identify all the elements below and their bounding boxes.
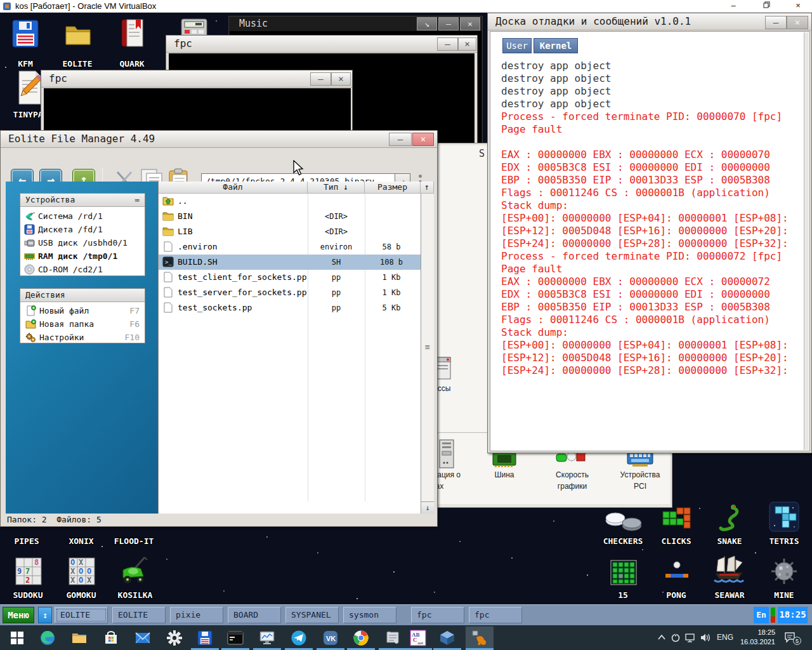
tray-chevron-icon[interactable] — [657, 634, 666, 640]
task-button-eolite-2[interactable]: EOLITE — [112, 607, 166, 623]
syspanel-item-gfx-label2[interactable]: графики — [545, 482, 599, 491]
debug-minimize-button[interactable] — [765, 16, 787, 29]
desktop-icon-gomoku[interactable]: OXXOOXOX — [69, 557, 95, 588]
file-row-buildsh-selected[interactable]: >_ BUILD.SH SH 108 b — [159, 255, 421, 270]
desktop-icon-label-snake[interactable]: SNAKE — [701, 536, 758, 546]
syspanel-item-pci-label1[interactable]: Устройства — [610, 470, 671, 479]
column-header-size[interactable]: Размер — [365, 182, 421, 194]
desktop-icon-kfm[interactable] — [11, 19, 39, 51]
fpc2-minimize-button[interactable] — [310, 72, 331, 86]
virtualbox-icon[interactable] — [439, 630, 455, 646]
desktop-icon-kosilka[interactable] — [119, 556, 150, 588]
tab-user[interactable]: User — [502, 38, 532, 53]
desktop-icon-label-kfm[interactable]: KFM — [0, 59, 51, 69]
desktop-icon-label-clicks[interactable]: CLICKS — [648, 536, 705, 546]
desktop-icon-label-seawar[interactable]: SEAWAR — [701, 590, 758, 600]
fpc1-minimize-button[interactable] — [437, 37, 458, 51]
file-explorer-icon[interactable] — [71, 630, 88, 646]
desktop-icon-fifteen[interactable] — [610, 560, 637, 588]
file-row-lib[interactable]: LIB <DIR> — [159, 224, 421, 239]
syspanel-item-gfx-label1[interactable]: Скорость — [545, 470, 599, 479]
file-row-updir[interactable]: .. — [159, 194, 421, 209]
disk-info-icon[interactable] — [438, 439, 455, 469]
tray-network-icon[interactable] — [685, 633, 696, 642]
host-titlebar[interactable]: kos [Работает] - Oracle VM VirtualBox – … — [0, 0, 812, 13]
syspanel-item-processes-label[interactable]: ессы — [433, 384, 471, 393]
edge-icon[interactable] — [39, 630, 56, 646]
desktop-icon-clicks[interactable] — [662, 507, 691, 536]
telegram-icon[interactable] — [291, 630, 307, 646]
terminal-icon[interactable] — [227, 630, 244, 646]
file-list-scrollbar[interactable] — [421, 194, 434, 501]
column-header-type[interactable]: Тип — [308, 182, 365, 194]
device-usb[interactable]: USB диск /usbhd0/1 — [20, 236, 145, 249]
device-system[interactable]: Система /rd/1 — [20, 209, 145, 223]
host-minimize-button[interactable]: – — [721, 0, 746, 12]
debug-scrollbar[interactable] — [804, 32, 809, 450]
desktop-icon-mine[interactable] — [770, 557, 798, 588]
task-button-fpc-2[interactable]: fpc — [469, 607, 522, 623]
scroll-down-button[interactable] — [421, 501, 434, 514]
desktop-icon-label-checkers[interactable]: CHECKERS — [594, 536, 652, 546]
action-new-folder[interactable]: Новая папка F6 — [20, 317, 145, 331]
tray-clock[interactable]: 18:25 16.03.2021 — [731, 628, 775, 647]
kolibri-floppy-app-icon[interactable] — [197, 630, 213, 646]
task-button-sysmon[interactable]: sysmon — [343, 607, 396, 623]
file-row-test-client[interactable]: test_client_for_sockets.pp pp 1 Kb — [159, 270, 421, 285]
scroll-up-button[interactable] — [421, 182, 434, 194]
task-button-eolite-1[interactable]: EOLITE — [55, 607, 108, 623]
music-close-button[interactable] — [460, 17, 480, 30]
task-button-board[interactable]: BOARD — [228, 607, 281, 623]
tray-volume-icon[interactable] — [700, 633, 711, 642]
scrollbar-grip[interactable] — [421, 342, 434, 352]
desktop-icon-tetris[interactable] — [769, 501, 799, 534]
file-row-test-server[interactable]: test_server_for_sockets.pp pp 1 Kb — [159, 285, 421, 300]
desktop-icon-seawar[interactable] — [713, 555, 745, 588]
devices-menu-icon[interactable] — [134, 194, 140, 206]
fpc1-titlebar[interactable]: fpc — [166, 36, 477, 53]
music-minimize-button[interactable] — [438, 17, 459, 30]
syspanel-item-pci-label2[interactable]: PCI — [610, 482, 671, 491]
desktop-icon-label-pipes[interactable]: PIPES — [0, 536, 55, 546]
store-icon[interactable] — [103, 630, 119, 646]
file-row-test-sockets[interactable]: test_sockets.pp pp 5 Kb — [159, 300, 421, 315]
vk-icon[interactable]: VK — [322, 630, 339, 646]
desktop-icon-label-kosilka[interactable]: KOSILKA — [107, 590, 164, 600]
settings-gear-icon[interactable] — [166, 630, 183, 646]
mail-icon[interactable] — [134, 630, 151, 646]
eolite-minimize-button[interactable] — [389, 133, 412, 146]
scroll-pad-icon[interactable] — [384, 630, 401, 646]
tray-circle-icon[interactable] — [671, 633, 680, 642]
pascal-abc-net-icon[interactable]: ABC.net — [410, 630, 426, 646]
desktop-icon-label-xonix[interactable]: XONIX — [53, 536, 110, 546]
task-button-syspanel[interactable]: SYSPANEL — [285, 607, 339, 623]
bus-chip-icon[interactable] — [492, 451, 517, 468]
desktop-icon-checkers[interactable] — [603, 509, 643, 537]
system-monitor-icon[interactable] — [259, 630, 275, 646]
virtualbox-vm-active-tile[interactable] — [466, 627, 494, 650]
desktop-icon-tinypad[interactable] — [14, 69, 44, 109]
music-restore-button[interactable] — [417, 17, 437, 30]
desktop-icon-label-flood-it[interactable]: FLOOD-IT — [105, 536, 162, 546]
eolite-close-button[interactable] — [412, 133, 434, 146]
chrome-icon[interactable] — [353, 630, 369, 646]
notification-center-button[interactable]: 5 — [784, 632, 803, 646]
syspanel-item-diskinfo-label1[interactable]: мация о — [432, 470, 484, 479]
desktop-icon-quark[interactable] — [118, 18, 146, 51]
debug-close-button[interactable] — [787, 16, 808, 29]
devices-header[interactable]: Устройства — [20, 194, 145, 207]
desktop-icon-label-tetris[interactable]: TETRIS — [756, 536, 812, 546]
task-button-pixie[interactable]: pixie — [170, 607, 223, 623]
desktop-icon-snake[interactable] — [714, 503, 743, 536]
device-floppy[interactable]: Дискета /fd/1 — [20, 223, 145, 236]
fpc2-close-button[interactable] — [331, 72, 351, 86]
kolibri-menu-button[interactable]: Меню — [3, 607, 34, 623]
column-header-file[interactable]: Файл — [159, 182, 308, 194]
action-settings[interactable]: Настройки F10 — [20, 331, 145, 344]
debug-titlebar[interactable]: Доска отладки и сообщений v1.0.1 — [488, 13, 811, 30]
desktop-icon-pong[interactable] — [664, 560, 690, 587]
host-close-button[interactable]: × — [785, 0, 811, 12]
fpc2-titlebar[interactable]: fpc — [41, 70, 352, 88]
action-new-file[interactable]: Новый файл F7 — [20, 304, 145, 317]
file-row-environ[interactable]: .environ environ 58 b — [159, 239, 421, 255]
